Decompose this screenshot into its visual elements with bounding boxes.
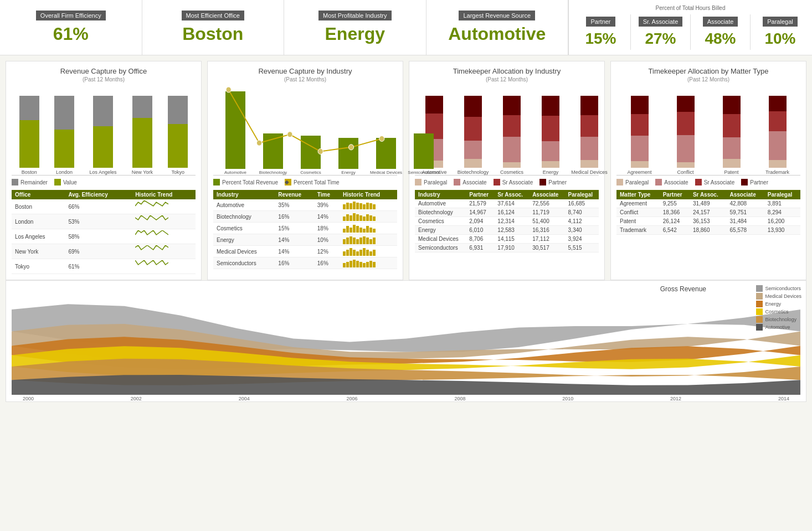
kpi-industry-label: Most Profitable Industry [318,11,392,20]
table-row: Automotive 21,579 37,614 72,556 16,685 [415,199,599,208]
table-row: Cosmetics 2,094 12,314 51,400 4,112 [415,217,599,226]
x-axis-label: 2006 [347,396,358,401]
kpi-paralegal-value: 10% [764,30,795,48]
efficiency-cell: 58% [65,229,132,244]
kpi-source-value: Automotive [448,24,546,44]
legend-label: Semiconductors [765,286,801,291]
office-bar-new-york: New York [132,96,153,175]
kpi-partner-value: 15% [585,30,616,48]
office-bar-boston: Boston [19,96,39,175]
legend-item: Energy [756,301,801,307]
col-efficiency: Avg. Efficiency [65,190,132,199]
tk-bar-group: Trademark [758,96,797,175]
legend-color [756,316,763,323]
x-axis-label: 2000 [23,396,34,401]
table-row: Biotechnology 14,967 16,124 11,719 8,740 [415,208,599,217]
table-row: New York 69% [12,244,196,259]
revenue-industry-title: Revenue Capture by Industry [213,67,397,75]
x-axis-label: 2002 [131,396,142,401]
office-table: Office Avg. Efficiency Historic Trend Bo… [12,190,196,274]
tk-industry-chart: Automotive Biotechnology Cosmetics [415,87,599,176]
tk-industry-legend: Paralegal Associate Sr Associate Partner [415,179,599,185]
kpi-paralegal-label: Paralegal [763,17,797,27]
kpi-office-label: Most Efficient Office [182,11,244,20]
tk-matter-title: Timekeeper Allocation by Matter Type [616,67,800,75]
office-cell: London [12,214,65,229]
legend-item: Semiconductors [756,285,801,292]
rev-pct-icon [213,179,220,185]
kpi-sr-associate: Sr. Associate 27% [631,14,691,50]
legend-label: Medical Devices [765,293,801,299]
kpi-assoc-label: Associate [703,17,738,27]
trend-cell [132,199,196,214]
table-row: Medical Devices 14% 12% [213,246,397,257]
kpi-assoc-value: 48% [705,30,736,48]
col-revenue: Revenue [275,190,314,199]
revenue-office-chart: Boston London Los Angeles New York Tokyo [12,87,196,176]
revenue-industry-legend: Percent Total Revenue ◆ Percent Total Ti… [213,179,397,185]
industry-bar-medical devices: Medical Devices [369,138,403,175]
office-cell: New York [12,244,65,259]
table-row: Trademark 6,542 18,860 65,578 13,930 [616,226,800,235]
legend-item: Automotive [756,324,801,331]
sr-associate-icon [494,179,500,185]
kpi-source-label: Largest Revenue Source [459,11,535,20]
industry-table: Industry Revenue Time Historic Trend Aut… [213,190,397,269]
trend-cell [132,259,196,274]
partner-icon [539,179,546,185]
tk-industry-table: Industry Partner Sr Assoc. Associate Par… [415,190,599,252]
kpi-overall-efficiency: Overall Firm Efficiency 61% [0,0,142,55]
value-icon [54,179,61,185]
kpi-sr-assoc-value: 27% [645,30,676,48]
sparkline-chart [135,230,168,241]
trend-cell [132,229,196,244]
x-axis-label: 2008 [454,396,465,401]
table-row: Boston 66% [12,199,196,214]
value-label: Value [63,179,77,185]
tk-industry-title: Timekeeper Allocation by Industry [415,67,599,75]
kpi-office-value: Boston [182,24,243,44]
table-row: Tokyo 61% [12,259,196,274]
industry-bar-semiconductors: Semiconductors [407,133,440,175]
table-row: Patent 26,124 36,153 31,484 16,200 [616,217,800,226]
pct-hours-title: Percent of Total Hours Billed [656,5,726,11]
kpi-sr-assoc-label: Sr. Associate [639,17,683,27]
table-row: London 53% [12,214,196,229]
revenue-office-subtitle: (Past 12 Months) [12,76,196,83]
sparkline-chart [135,215,168,226]
associate-matter-icon [655,179,662,185]
legend-color [756,293,763,300]
table-row: Semiconductors 6,931 17,910 30,517 5,515 [415,244,599,252]
table-row: Biotechnology 16% 14% [213,211,397,223]
col-industry: Industry [213,190,275,199]
kpi-bar: Overall Firm Efficiency 61% Most Efficie… [0,0,812,55]
tk-bar-group: Conflict [666,96,705,175]
tk-matter-legend: Paralegal Associate Sr Associate Partner [616,179,800,185]
tk-bar-group: Patent [712,96,751,175]
kpi-industry-value: Energy [325,24,385,44]
kpi-paralegal: Paralegal 10% [751,14,810,50]
office-cell: Tokyo [12,259,65,274]
x-axis-labels: 20002002200420062008201020122014 [12,396,800,401]
efficiency-cell: 61% [65,259,132,274]
table-row: Energy 6,010 12,583 16,316 3,340 [415,226,599,235]
office-bar-los-angeles: Los Angeles [89,96,116,175]
legend-label: Biotechnology [765,317,796,322]
time-pct-label: Percent Total Time [294,179,340,185]
table-row: Los Angeles 58% [12,229,196,244]
kpi-revenue-source: Largest Revenue Source Automotive [426,0,569,55]
col-hist-trend: Historic Trend [340,190,397,199]
timekeeper-matter-panel: Timekeeper Allocation by Matter Type (Pa… [610,61,806,280]
table-row: Semiconductors 16% 16% [213,257,397,269]
sparkline-chart [135,245,168,256]
industry-bar-cosmetics: Cosmetics [294,136,327,175]
revenue-industry-chart: Automotive Biotechnology Cosmetics Energ… [213,87,397,176]
legend-item: Cosmetics [756,308,801,315]
x-axis-label: 2012 [670,396,681,401]
x-axis-label: 2004 [239,396,250,401]
office-bar-tokyo: Tokyo [168,96,188,175]
gross-revenue-legend: Semiconductors Medical Devices Energy Co… [756,285,801,332]
legend-label: Energy [765,301,781,307]
tk-bar-group: Energy [531,96,570,175]
legend-value: Value [54,179,77,185]
